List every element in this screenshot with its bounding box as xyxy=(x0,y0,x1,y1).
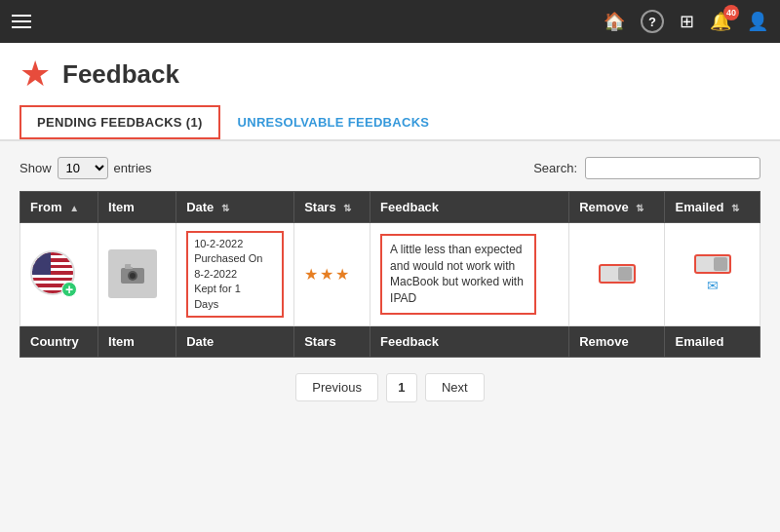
page-header: ★ Feedback PENDING FEEDBACKS (1) UNRESOL… xyxy=(0,43,780,141)
home-icon[interactable]: 🏠 xyxy=(604,11,625,32)
entries-label: entries xyxy=(114,161,152,175)
apps-icon[interactable]: ⊞ xyxy=(680,11,694,32)
col-item-label: Item xyxy=(108,200,135,214)
date-line3: 8-2-2022 xyxy=(194,267,276,282)
col-stars[interactable]: Stars ⇅ xyxy=(294,192,370,223)
page-title: Feedback xyxy=(62,59,179,90)
col-remove[interactable]: Remove ⇅ xyxy=(569,192,665,223)
foot-feedback: Feedback xyxy=(370,325,569,357)
svg-point-2 xyxy=(130,273,136,279)
col-emailed-label: Emailed xyxy=(675,200,723,214)
sort-both-icon-remove: ⇅ xyxy=(636,203,644,213)
col-date[interactable]: Date ⇅ xyxy=(176,192,294,223)
foot-date: Date xyxy=(176,325,294,357)
star-icon: ★ xyxy=(20,57,51,92)
user-icon[interactable]: 👤 xyxy=(747,11,768,32)
entries-select[interactable]: 10 25 50 100 xyxy=(58,157,108,179)
flag-us-canton xyxy=(32,252,51,275)
top-nav: 🏠 ? ⊞ 🔔 40 👤 xyxy=(0,0,780,43)
help-icon[interactable]: ? xyxy=(641,10,664,33)
show-label: Show xyxy=(20,161,52,175)
pagination: Previous 1 Next xyxy=(20,373,760,402)
search-label: Search: xyxy=(533,161,577,175)
sort-both-icon-emailed: ⇅ xyxy=(731,203,739,213)
date-line2: Purchased On xyxy=(194,251,276,266)
nav-right: 🏠 ? ⊞ 🔔 40 👤 xyxy=(604,10,768,33)
feedback-box: A little less than expected and would no… xyxy=(380,234,536,315)
tab-bar: PENDING FEEDBACKS (1) UNRESOLVABLE FEEDB… xyxy=(20,105,760,139)
email-icon: ✉ xyxy=(707,278,719,293)
search-input[interactable] xyxy=(585,157,760,179)
foot-stars: Stars xyxy=(294,325,370,357)
item-product-icon xyxy=(113,254,152,293)
emailed-cell: ✉ xyxy=(665,223,760,326)
nav-left xyxy=(12,15,31,28)
col-from-label: From xyxy=(30,200,62,214)
emailed-toggle[interactable] xyxy=(694,254,731,274)
previous-button[interactable]: Previous xyxy=(295,373,378,401)
foot-country: Country xyxy=(20,325,98,357)
table-foot: Country Item Date Stars Feedback Remove … xyxy=(20,325,760,357)
date-box: 10-2-2022 Purchased On 8-2-2022 Kept for… xyxy=(186,231,284,318)
foot-remove: Remove xyxy=(569,325,665,357)
date-line4: Kept for 1 xyxy=(194,282,276,296)
table-body: + xyxy=(20,223,760,326)
item-cell xyxy=(98,223,176,326)
col-stars-label: Stars xyxy=(304,200,336,214)
remove-toggle[interactable] xyxy=(599,264,636,284)
toggle-knob xyxy=(618,267,632,281)
table-head: From ▲ Item Date ⇅ Stars ⇅ Feedback xyxy=(20,192,760,223)
emailed-toggle-wrap: ✉ xyxy=(675,254,750,293)
stars-cell: ★★★ xyxy=(294,223,370,326)
date-line5: Days xyxy=(194,297,276,312)
col-remove-label: Remove xyxy=(579,200,629,214)
foot-item: Item xyxy=(98,325,176,357)
col-date-label: Date xyxy=(186,200,214,214)
col-item[interactable]: Item xyxy=(98,192,176,223)
remove-cell xyxy=(569,223,665,326)
toggle2-knob xyxy=(714,257,727,271)
bell-icon[interactable]: 🔔 40 xyxy=(710,11,731,32)
col-emailed[interactable]: Emailed ⇅ xyxy=(665,192,760,223)
hamburger-menu[interactable] xyxy=(12,15,31,28)
table-controls: Show 10 25 50 100 entries Search: xyxy=(20,157,760,179)
show-entries: Show 10 25 50 100 entries xyxy=(20,157,152,179)
svg-rect-4 xyxy=(131,264,142,267)
date-cell: 10-2-2022 Purchased On 8-2-2022 Kept for… xyxy=(176,223,294,326)
date-line1: 10-2-2022 xyxy=(194,237,276,251)
col-from[interactable]: From ▲ xyxy=(20,192,98,223)
col-feedback[interactable]: Feedback xyxy=(370,192,569,223)
col-feedback-label: Feedback xyxy=(380,200,439,214)
item-image xyxy=(108,249,157,298)
notification-badge: 40 xyxy=(723,5,739,20)
next-button[interactable]: Next xyxy=(425,373,485,401)
feedback-cell: A little less than expected and would no… xyxy=(370,223,569,326)
header-title-row: ★ Feedback xyxy=(20,57,760,92)
remove-toggle-wrap xyxy=(579,264,654,284)
foot-emailed: Emailed xyxy=(665,325,760,357)
star-rating: ★★★ xyxy=(304,266,351,283)
table-row: + xyxy=(20,223,760,326)
add-circle-icon[interactable]: + xyxy=(61,282,77,297)
sort-both-icon-date: ⇅ xyxy=(221,203,229,213)
current-page[interactable]: 1 xyxy=(386,373,417,402)
sort-both-icon-stars: ⇅ xyxy=(343,203,351,213)
feedback-table: From ▲ Item Date ⇅ Stars ⇅ Feedback xyxy=(20,191,760,358)
from-cell: + xyxy=(20,223,98,326)
content-area: Show 10 25 50 100 entries Search: From ▲ xyxy=(0,141,780,418)
tab-unresolvable[interactable]: UNRESOLVABLE FEEDBACKS xyxy=(220,105,448,139)
sort-up-icon: ▲ xyxy=(69,203,79,213)
tab-pending[interactable]: PENDING FEEDBACKS (1) xyxy=(20,105,220,139)
search-box: Search: xyxy=(533,157,760,179)
